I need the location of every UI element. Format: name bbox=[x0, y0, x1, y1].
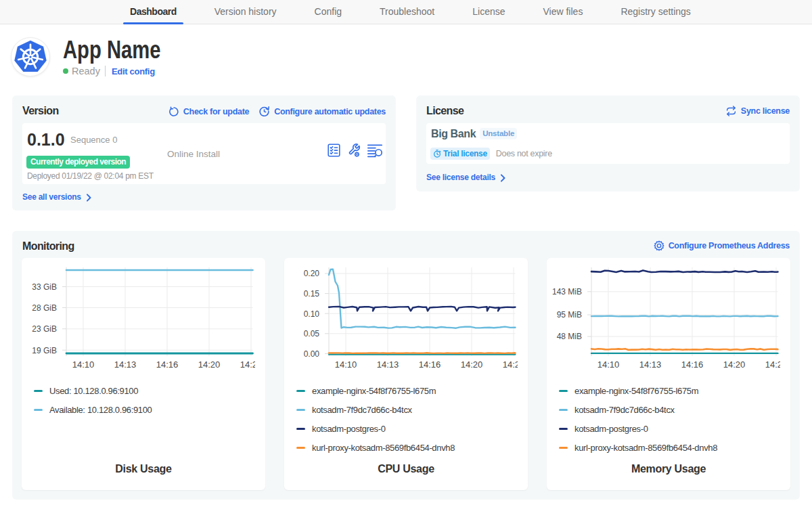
svg-text:0.05: 0.05 bbox=[304, 329, 320, 338]
svg-text:33 GiB: 33 GiB bbox=[32, 282, 57, 292]
svg-text:14:10: 14:10 bbox=[597, 359, 620, 370]
svg-text:28 GiB: 28 GiB bbox=[32, 303, 57, 313]
svg-text:48 MiB: 48 MiB bbox=[557, 332, 582, 341]
svg-text:0.10: 0.10 bbox=[304, 309, 320, 319]
svg-text:14:13: 14:13 bbox=[639, 359, 662, 370]
svg-text:14:23: 14:23 bbox=[503, 359, 518, 370]
svg-text:95 MiB: 95 MiB bbox=[557, 310, 582, 320]
svg-text:14:20: 14:20 bbox=[198, 359, 221, 370]
svg-text:14:10: 14:10 bbox=[335, 359, 357, 370]
svg-text:14:13: 14:13 bbox=[114, 359, 137, 370]
svg-text:14:13: 14:13 bbox=[377, 359, 399, 370]
svg-text:0.00: 0.00 bbox=[304, 349, 320, 359]
svg-text:0.20: 0.20 bbox=[304, 269, 320, 278]
svg-text:14:16: 14:16 bbox=[419, 359, 441, 370]
svg-text:14:10: 14:10 bbox=[72, 359, 95, 370]
svg-text:14:23: 14:23 bbox=[240, 359, 255, 370]
svg-text:14:20: 14:20 bbox=[461, 359, 483, 370]
svg-text:14:16: 14:16 bbox=[681, 359, 704, 370]
svg-text:19 GiB: 19 GiB bbox=[32, 346, 57, 355]
svg-text:0.15: 0.15 bbox=[304, 289, 320, 299]
svg-text:23 GiB: 23 GiB bbox=[32, 324, 57, 334]
svg-text:14:23: 14:23 bbox=[765, 359, 780, 370]
svg-text:143 MiB: 143 MiB bbox=[552, 287, 582, 297]
svg-text:14:20: 14:20 bbox=[723, 359, 746, 370]
svg-text:14:16: 14:16 bbox=[156, 359, 179, 370]
